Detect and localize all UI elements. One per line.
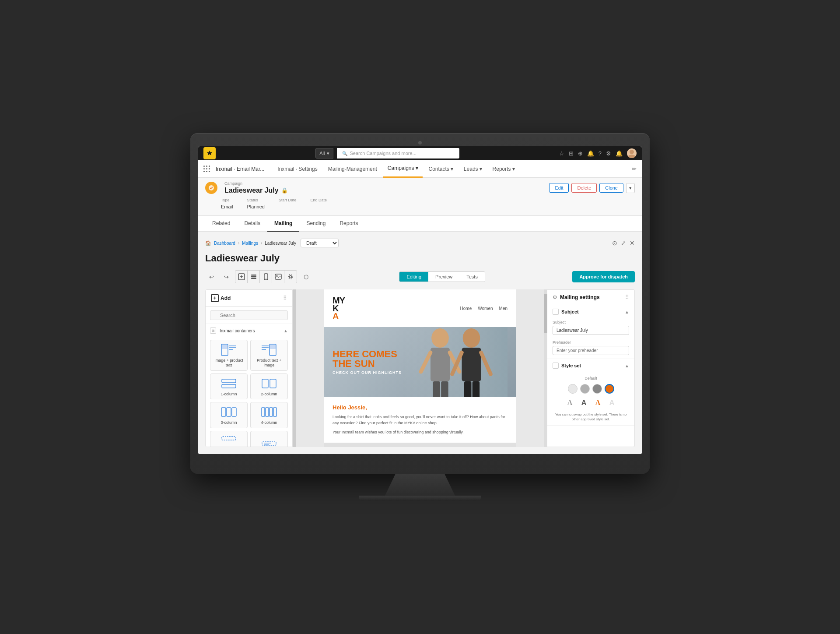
search-bar[interactable]: 🔍 Search Campaigns and more... [337, 148, 459, 158]
clone-button[interactable]: Clone [599, 183, 623, 193]
subject-section-header[interactable]: Subject ▲ [547, 305, 634, 318]
color-circle-medium[interactable] [580, 384, 590, 394]
font-styles: A A A A [553, 397, 629, 409]
email-greeting: Hello Jessie, [332, 404, 508, 411]
preheader-field: Preheader [547, 338, 634, 359]
breadcrumb-mailings[interactable]: Mailings [242, 241, 258, 246]
drag-handle[interactable]: ⠿ [283, 295, 287, 301]
nav-item-contacts[interactable]: Contacts ▾ [424, 160, 458, 178]
breadcrumb-icons: ⊙ ⤢ ✕ [612, 240, 635, 247]
mobile-view-button[interactable] [260, 271, 272, 283]
tab-preview[interactable]: Preview [428, 272, 459, 282]
link-button[interactable]: ⬡ [300, 271, 312, 283]
hero-text: HERE COMES THE SUN CHECK OUT OUR HIGHLIG… [324, 341, 410, 384]
campaign-meta: Type Email Status Planned Start Date End… [205, 198, 635, 210]
one-col-icon [221, 377, 237, 390]
subject-input[interactable] [553, 326, 629, 335]
svg-rect-33 [266, 408, 269, 416]
close-icon[interactable]: ✕ [630, 240, 635, 247]
nav-item-reports[interactable]: Reports ▾ [488, 160, 519, 178]
tab-details[interactable]: Details [237, 216, 267, 232]
layers-button[interactable] [248, 271, 260, 283]
svg-rect-32 [262, 408, 265, 416]
tab-editing[interactable]: Editing [399, 272, 428, 282]
component-product-image[interactable]: Product text + image [250, 340, 288, 371]
svg-rect-35 [273, 408, 276, 416]
component-new-section[interactable]: New section [210, 431, 248, 447]
breadcrumb-bar: 🏠 Dashboard › Mailings › Ladieswear July… [205, 239, 635, 247]
svg-rect-45 [433, 381, 441, 397]
style-checkbox[interactable] [553, 363, 559, 369]
tab-mailing[interactable]: Mailing [267, 216, 299, 232]
component-footer[interactable]: Footer (text) [250, 431, 288, 447]
page-title: Ladieswear July [205, 253, 635, 264]
component-image-product[interactable]: Image + product text [210, 340, 248, 371]
section-icon: ⊞ [210, 328, 216, 334]
svg-rect-48 [462, 348, 481, 381]
tab-sending[interactable]: Sending [299, 216, 332, 232]
font-style-disabled: A [606, 397, 618, 409]
nav-item-campaigns[interactable]: Campaigns ▾ [383, 160, 423, 178]
fullscreen-icon[interactable]: ⤢ [621, 240, 626, 247]
notification-icon[interactable]: 🔔 [616, 150, 623, 157]
color-circle-dark[interactable] [592, 384, 602, 394]
status-select[interactable]: Draft Published [301, 239, 339, 247]
star-icon[interactable]: ☆ [559, 150, 564, 157]
image-button[interactable] [272, 271, 284, 283]
add-icon[interactable]: ⊕ [578, 150, 583, 157]
sidebar-panel: + Add ⠿ ⊞ [205, 289, 293, 447]
preheader-input[interactable] [553, 346, 629, 355]
svg-rect-8 [251, 278, 256, 279]
nav-item-settings[interactable]: Inxmail · Settings [273, 160, 322, 178]
help-icon[interactable]: ? [598, 150, 602, 157]
style-set-section: Style set ▲ Default [547, 359, 634, 426]
gear-icon[interactable]: ⚙ [606, 150, 611, 157]
breadcrumb-dashboard[interactable]: Dashboard [214, 241, 235, 246]
style-set-header[interactable]: Style set ▲ [547, 359, 634, 372]
meta-end-date: End Date [310, 198, 327, 210]
section-header[interactable]: ⊞ Inxmail containers ▲ [206, 324, 292, 337]
all-dropdown[interactable]: All ▾ [315, 148, 333, 158]
add-button[interactable]: + Add [211, 294, 231, 302]
svg-rect-30 [227, 408, 231, 416]
delete-button[interactable]: Delete [571, 183, 597, 193]
more-button[interactable]: ▾ [626, 183, 635, 193]
settings-button[interactable] [284, 271, 297, 283]
bell-icon[interactable]: 🔔 [587, 150, 594, 157]
settings-drag-handle[interactable]: ⠿ [625, 294, 629, 300]
component-1col[interactable]: 1-column [210, 373, 248, 400]
email-nav: Home Women Men [460, 306, 508, 311]
edit-button[interactable]: Edit [549, 183, 569, 193]
subject-checkbox[interactable] [553, 309, 559, 315]
component-2col[interactable]: 2-column [250, 373, 288, 400]
nav-brand[interactable]: Inxmail · Email Mar... [216, 166, 264, 172]
tab-related[interactable]: Related [205, 216, 237, 232]
font-style-medium[interactable]: A [578, 397, 590, 409]
svg-point-0 [630, 150, 634, 154]
component-4col[interactable]: 4-column [250, 402, 288, 428]
apps-icon[interactable]: ⊞ [569, 150, 574, 157]
tab-reports[interactable]: Reports [332, 216, 365, 232]
color-circle-light[interactable] [568, 384, 578, 394]
nav-item-leads[interactable]: Leads ▾ [459, 160, 486, 178]
avatar[interactable] [627, 148, 637, 158]
redo-button[interactable]: ↪ [220, 271, 232, 283]
app-logo[interactable] [203, 147, 216, 159]
add-section-button[interactable] [235, 271, 248, 283]
approve-button[interactable]: Approve for dispatch [572, 271, 635, 282]
svg-rect-31 [232, 408, 236, 416]
nav-grid-icon[interactable] [203, 166, 210, 173]
section-chevron: ▲ [284, 328, 288, 333]
undo-button[interactable]: ↩ [205, 271, 217, 283]
edit-icon[interactable]: ✏ [632, 166, 637, 172]
share-icon[interactable]: ⊙ [612, 240, 617, 247]
search-input[interactable] [210, 310, 288, 320]
color-circle-orange[interactable] [605, 384, 614, 394]
tab-tests[interactable]: Tests [459, 272, 485, 282]
font-style-light[interactable]: A [564, 397, 576, 409]
nav-item-mailing[interactable]: Mailing-Management [324, 160, 382, 178]
font-style-bold[interactable]: A [592, 397, 604, 409]
canvas-scrollbar[interactable] [544, 289, 547, 447]
new-section-icon [221, 435, 237, 447]
component-3col[interactable]: 3-column [210, 402, 248, 428]
